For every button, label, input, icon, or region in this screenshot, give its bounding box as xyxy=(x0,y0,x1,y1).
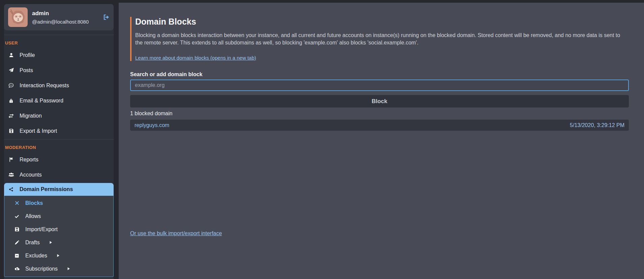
blocked-domain-row[interactable]: replyguys.com 5/13/2020, 3:29:12 PM xyxy=(130,120,629,131)
submenu-item-label: Allows xyxy=(25,213,41,219)
sidebar-item-domain-permissions[interactable]: Domain Permissions xyxy=(4,183,114,196)
sidebar-item-migration[interactable]: Migration xyxy=(4,108,114,123)
submenu-item-label: Blocks xyxy=(25,200,43,206)
floppy-save-icon xyxy=(8,128,14,133)
page-description: Blocking a domain blocks interaction bet… xyxy=(135,32,629,47)
paper-plane-icon xyxy=(8,68,14,73)
settings-app: admin @admin@localhost:8080 USER P xyxy=(0,0,644,279)
lock-icon xyxy=(8,98,14,103)
blocked-domain-count: 1 blocked domain xyxy=(130,111,629,117)
bulk-import-export-link[interactable]: Or use the bulk import/export interface xyxy=(130,230,222,237)
pencil-icon xyxy=(13,240,20,245)
caret-right-icon xyxy=(67,267,70,271)
learn-more-link[interactable]: Learn more about domain blocks (opens in… xyxy=(135,55,256,61)
caret-right-icon xyxy=(56,254,60,257)
submenu-item-allows[interactable]: Allows xyxy=(4,210,113,223)
domain-permissions-submenu: Blocks Allows Import/Export xyxy=(4,196,114,277)
blocked-domain-link[interactable]: replyguys.com xyxy=(135,122,169,128)
divider xyxy=(4,139,114,140)
submenu-item-import-export[interactable]: Import/Export xyxy=(4,223,113,236)
caret-right-icon xyxy=(49,241,53,244)
sidebar-item-label: Export & Import xyxy=(20,128,57,134)
sidebar-item-label: Profile xyxy=(20,52,35,58)
blocked-domain-timestamp: 5/13/2020, 3:29:12 PM xyxy=(570,122,624,128)
sidebar-item-label: Accounts xyxy=(20,172,42,178)
sidebar-item-label: Email & Password xyxy=(20,98,63,104)
page-title: Domain Blocks xyxy=(135,17,629,27)
user-handle: @admin@localhost:8080 xyxy=(32,19,98,25)
sidebar-item-accounts[interactable]: Accounts xyxy=(4,167,114,182)
submenu-item-subscriptions[interactable]: Subscriptions xyxy=(4,262,113,275)
submenu-item-label: Import/Export xyxy=(25,226,58,232)
logout-button[interactable] xyxy=(103,14,110,21)
user-icon xyxy=(8,53,14,58)
x-icon xyxy=(13,201,20,205)
submenu-item-excludes[interactable]: Excludes xyxy=(4,249,113,262)
check-icon xyxy=(13,214,20,219)
sign-out-icon xyxy=(103,14,110,21)
sidebar-item-label: Interaction Requests xyxy=(20,83,69,89)
minus-square-icon xyxy=(13,253,20,258)
submenu-item-label: Excludes xyxy=(25,253,47,259)
sidebar-item-reports[interactable]: Reports xyxy=(4,152,114,167)
search-label: Search or add domain block xyxy=(130,71,629,78)
sidebar-item-label: Migration xyxy=(20,113,42,119)
sidebar-item-label: Posts xyxy=(20,67,33,73)
main-content: Domain Blocks Blocking a domain blocks i… xyxy=(119,3,644,279)
sidebar-item-posts[interactable]: Posts xyxy=(4,63,114,78)
section-label-user: USER xyxy=(5,40,114,45)
exchange-arrows-icon xyxy=(8,113,14,119)
avatar xyxy=(8,7,28,27)
user-name: admin xyxy=(32,10,98,17)
divider xyxy=(4,35,114,35)
flag-icon xyxy=(8,157,14,162)
domain-search-input[interactable] xyxy=(130,80,629,91)
submenu-item-drafts[interactable]: Drafts xyxy=(4,236,113,249)
submenu-item-blocks[interactable]: Blocks xyxy=(4,196,113,210)
page-header: Domain Blocks Blocking a domain blocks i… xyxy=(130,17,629,61)
sidebar-item-interaction-requests[interactable]: Interaction Requests xyxy=(4,78,114,93)
sidebar: admin @admin@localhost:8080 USER P xyxy=(4,4,114,279)
sidebar-item-profile[interactable]: Profile xyxy=(4,48,114,63)
sidebar-item-email-password[interactable]: Email & Password xyxy=(4,93,114,108)
sidebar-item-label: Domain Permissions xyxy=(20,186,73,192)
submenu-item-label: Subscriptions xyxy=(25,266,58,272)
user-card[interactable]: admin @admin@localhost:8080 xyxy=(4,4,114,30)
sidebar-item-label: Reports xyxy=(20,157,38,163)
user-names: admin @admin@localhost:8080 xyxy=(32,10,98,25)
floppy-save-icon xyxy=(13,227,20,232)
users-icon xyxy=(8,172,14,177)
sidebar-item-export-import[interactable]: Export & Import xyxy=(4,123,114,138)
block-button[interactable]: Block xyxy=(130,95,629,107)
submenu-item-label: Drafts xyxy=(25,240,40,246)
section-label-moderation: MODERATION xyxy=(5,145,114,150)
comment-dots-icon xyxy=(8,83,14,88)
cloud-download-icon xyxy=(13,267,20,271)
share-nodes-icon xyxy=(8,187,14,192)
